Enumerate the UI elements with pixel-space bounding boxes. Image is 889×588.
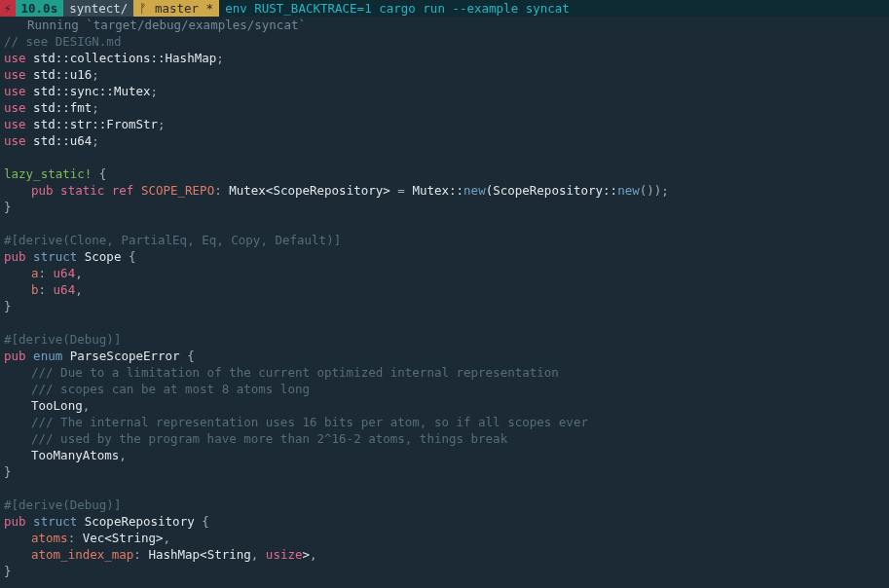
derive-attr: #[derive(Debug)] xyxy=(4,497,121,512)
macro-call: lazy_static! xyxy=(4,166,92,181)
shell-prompt: ⚡ 10.0s syntect/ ᚠ master * env RUST_BAC… xyxy=(0,0,889,17)
derive-attr: #[derive(Clone, PartialEq, Eq, Copy, Def… xyxy=(4,233,341,247)
derive-attr: #[derive(Debug)] xyxy=(4,332,121,347)
branch-icon: ᚠ xyxy=(139,1,147,16)
lightning-icon: ⚡ xyxy=(0,0,16,17)
prompt-branch: ᚠ master * xyxy=(133,0,219,17)
code-output: // see DESIGN.md use std::collections::H… xyxy=(0,33,889,579)
command-input[interactable]: env RUST_BACKTRACE=1 cargo run --example… xyxy=(219,0,570,17)
prompt-dir: syntect/ xyxy=(63,0,133,17)
comment: // see DESIGN.md xyxy=(4,34,121,49)
cargo-running-line: Running `target/debug/examples/syncat` xyxy=(0,17,889,33)
prompt-time: 10.0s xyxy=(16,0,64,17)
